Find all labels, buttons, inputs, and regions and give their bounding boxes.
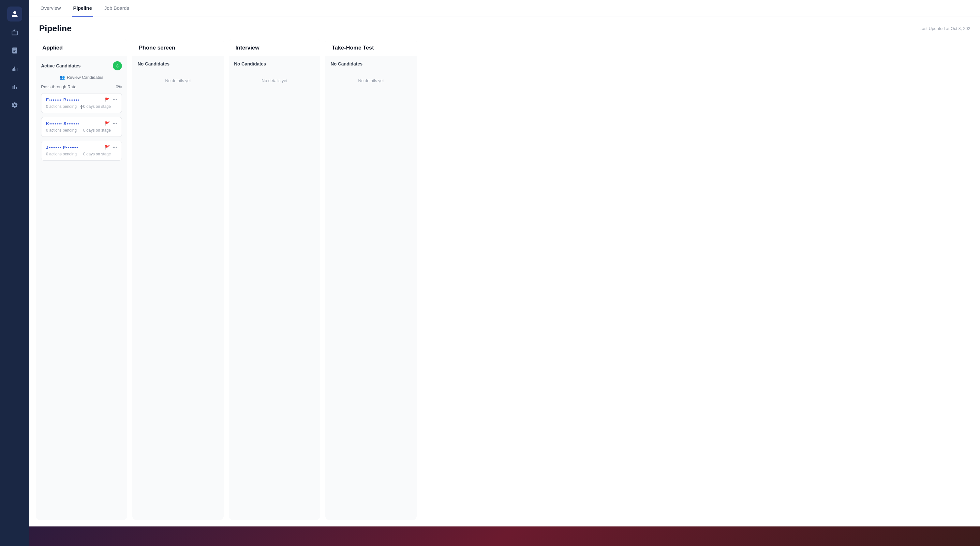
column-interview: Interview No Candidates No details yet — [229, 39, 320, 520]
tab-job-boards[interactable]: Job Boards — [103, 0, 130, 17]
column-header-phone-screen: Phone screen — [132, 39, 224, 56]
candidate-name-2: J••••••• P••••••• — [46, 145, 79, 150]
sidebar-icon-settings[interactable] — [7, 98, 22, 113]
candidate-card-header-2: J••••••• P••••••• 🚩 ••• — [46, 145, 117, 150]
no-candidates-take-home-test: No Candidates — [331, 61, 411, 67]
page-title: Pipeline — [39, 24, 72, 33]
candidate-flag-icon-1: 🚩 — [105, 121, 110, 126]
candidate-more-icon-2[interactable]: ••• — [113, 145, 117, 150]
column-body-take-home-test: No Candidates No details yet — [325, 56, 417, 520]
actions-pending-2: 0 actions pending — [46, 152, 76, 156]
move-cursor-icon: ✛ — [80, 104, 84, 110]
candidate-card-header: E••••••• B••••••• 🚩 ••• — [46, 97, 117, 102]
pipeline-board: Applied Active Candidates 3 👥 Review Can… — [29, 39, 980, 527]
candidate-flag-icon-2: 🚩 — [105, 145, 110, 150]
actions-pending-1: 0 actions pending — [46, 128, 76, 133]
candidate-name-1: K••••••• S••••••• — [46, 121, 79, 126]
candidate-card-2[interactable]: J••••••• P••••••• 🚩 ••• 0 actions pendin… — [41, 141, 122, 160]
days-on-stage-0: 0 days on stage — [83, 104, 111, 109]
column-body-applied: Active Candidates 3 👥 Review Candidates … — [36, 56, 127, 520]
main-content: Overview Pipeline Job Boards Pipeline La… — [29, 0, 980, 527]
candidate-meta-2: 0 actions pending 0 days on stage — [46, 152, 117, 156]
column-phone-screen: Phone screen No Candidates No details ye… — [132, 39, 224, 520]
sidebar-icon-person[interactable] — [7, 6, 22, 22]
sidebar-icon-bar-chart[interactable] — [7, 79, 22, 94]
candidate-card-1[interactable]: K••••••• S••••••• 🚩 ••• 0 actions pendin… — [41, 117, 122, 137]
candidate-more-icon-1[interactable]: ••• — [113, 121, 117, 126]
days-on-stage-1: 0 days on stage — [83, 128, 111, 133]
candidate-actions-0: 🚩 ••• — [105, 97, 117, 102]
candidate-actions-1: 🚩 ••• — [105, 121, 117, 126]
active-candidates-row: Active Candidates 3 — [41, 61, 122, 70]
tab-pipeline[interactable]: Pipeline — [72, 0, 94, 17]
pass-through-row: Pass-through Rate 0% — [41, 84, 122, 89]
no-details-take-home-test: No details yet — [331, 78, 411, 83]
pass-through-value: 0% — [116, 84, 122, 89]
candidate-card-0[interactable]: E••••••• B••••••• 🚩 ••• 0 actions pendin… — [41, 93, 122, 113]
sidebar-icon-briefcase[interactable] — [7, 25, 22, 40]
candidate-count-badge: 3 — [113, 61, 122, 70]
candidate-actions-2: 🚩 ••• — [105, 145, 117, 150]
no-candidates-interview: No Candidates — [234, 61, 315, 67]
candidate-meta-1: 0 actions pending 0 days on stage — [46, 128, 117, 133]
review-candidates-label: Review Candidates — [67, 75, 103, 80]
sidebar-icon-book[interactable] — [7, 43, 22, 58]
column-take-home-test: Take-Home Test No Candidates No details … — [325, 39, 417, 520]
page-header: Pipeline Last Updated at Oct 8, 202 — [29, 17, 980, 39]
column-body-interview: No Candidates No details yet — [229, 56, 320, 520]
bottom-decorative-bar — [29, 527, 980, 546]
candidate-flag-icon: 🚩 — [105, 97, 110, 102]
tab-overview[interactable]: Overview — [39, 0, 62, 17]
column-header-take-home-test: Take-Home Test — [325, 39, 417, 56]
candidate-more-icon[interactable]: ••• — [113, 97, 117, 102]
pass-through-label: Pass-through Rate — [41, 84, 76, 89]
sidebar-icon-chart[interactable] — [7, 61, 22, 76]
column-applied: Applied Active Candidates 3 👥 Review Can… — [36, 39, 127, 520]
review-candidates-link[interactable]: 👥 Review Candidates — [41, 74, 122, 81]
actions-pending-0: 0 actions pending — [46, 104, 76, 109]
days-on-stage-2: 0 days on stage — [83, 152, 111, 156]
top-navigation: Overview Pipeline Job Boards — [29, 0, 980, 17]
review-icon: 👥 — [60, 75, 65, 80]
candidate-name-0: E••••••• B••••••• — [46, 97, 79, 102]
no-candidates-phone-screen: No Candidates — [138, 61, 218, 67]
sidebar — [0, 0, 29, 546]
no-details-interview: No details yet — [234, 78, 315, 83]
column-header-applied: Applied — [36, 39, 127, 56]
column-body-phone-screen: No Candidates No details yet — [132, 56, 224, 520]
active-candidates-label: Active Candidates — [41, 63, 81, 68]
candidate-card-header-1: K••••••• S••••••• 🚩 ••• — [46, 121, 117, 126]
column-header-interview: Interview — [229, 39, 320, 56]
no-details-phone-screen: No details yet — [138, 78, 218, 83]
last-updated: Last Updated at Oct 8, 202 — [920, 26, 970, 31]
